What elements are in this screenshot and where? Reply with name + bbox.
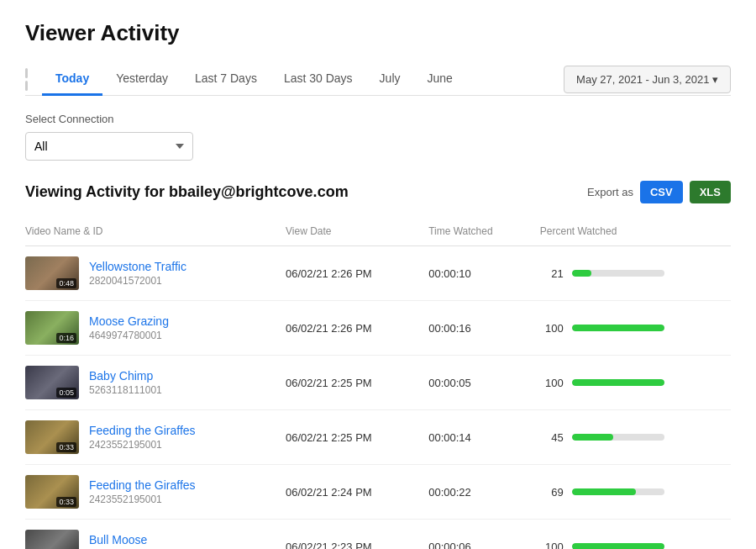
percent-watched: 100 xyxy=(533,301,731,356)
percent-number: 100 xyxy=(540,541,564,550)
video-title-link[interactable]: Baby Chimp xyxy=(89,369,162,383)
col-viewdate: View Date xyxy=(279,217,422,246)
activity-header: Viewing Activity for bbailey@brightcove.… xyxy=(25,181,731,203)
connection-select[interactable]: All xyxy=(25,132,193,161)
export-csv-button[interactable]: CSV xyxy=(640,181,683,203)
table-row: 0:05 Baby Chimp 5263118111001 06/02/21 2… xyxy=(25,356,731,410)
view-date: 06/02/21 2:25 PM xyxy=(279,356,422,410)
table-row: 0:48 Yellowstone Traffic 2820041572001 0… xyxy=(25,246,731,301)
tab-july[interactable]: July xyxy=(366,63,414,96)
video-cell-2: 0:05 Baby Chimp 5263118111001 xyxy=(25,356,279,410)
progress-bar xyxy=(572,434,664,441)
percent-number: 45 xyxy=(540,431,564,444)
view-date: 06/02/21 2:23 PM xyxy=(279,520,422,550)
col-percent: Percent Watched xyxy=(533,217,731,246)
export-row: Export as CSV XLS xyxy=(587,181,731,203)
video-info: Moose Grazing 4649974780001 xyxy=(89,314,169,341)
export-xls-button[interactable]: XLS xyxy=(690,181,731,203)
percent-number: 100 xyxy=(540,377,564,389)
video-duration: 0:16 xyxy=(56,333,76,343)
video-thumbnail: 0:16 xyxy=(25,311,79,345)
video-thumbnail: 0:06 xyxy=(25,530,79,549)
tab-last7[interactable]: Last 7 Days xyxy=(181,63,270,96)
video-info: Feeding the Giraffes 2423552195001 xyxy=(89,478,196,505)
video-title-link[interactable]: Yellowstone Traffic xyxy=(89,260,186,273)
video-cell-1: 0:16 Moose Grazing 4649974780001 xyxy=(25,301,279,356)
video-id: 4649974780001 xyxy=(89,330,162,341)
date-range-button[interactable]: May 27, 2021 - Jun 3, 2021 ▾ xyxy=(564,66,731,93)
video-duration: 0:05 xyxy=(56,388,76,398)
progress-fill xyxy=(572,270,591,277)
video-title-link[interactable]: Feeding the Giraffes xyxy=(89,424,196,437)
video-title-link[interactable]: Moose Grazing xyxy=(89,314,169,328)
video-info: Baby Chimp 5263118111001 xyxy=(89,369,162,396)
progress-fill xyxy=(572,434,614,441)
video-cell-3: 0:33 Feeding the Giraffes 2423552195001 xyxy=(25,410,279,465)
progress-bar xyxy=(572,543,664,549)
tab-june[interactable]: June xyxy=(414,63,466,96)
progress-bar xyxy=(572,325,664,331)
activity-title: Viewing Activity for bbailey@brightcove.… xyxy=(25,183,349,201)
video-thumbnail: 0:05 xyxy=(25,366,79,399)
table-header: Video Name & ID View Date Time Watched P… xyxy=(25,217,731,246)
view-date: 06/02/21 2:25 PM xyxy=(279,410,422,465)
time-watched: 00:00:05 xyxy=(422,356,533,410)
percent-number: 21 xyxy=(540,267,564,280)
tab-yesterday[interactable]: Yesterday xyxy=(102,63,181,96)
drag-handle xyxy=(25,68,34,91)
time-watched: 00:00:06 xyxy=(422,520,533,550)
table-row: 0:33 Feeding the Giraffes 2423552195001 … xyxy=(25,465,731,520)
table-row: 0:06 Bull Moose 5193830191001 06/02/21 2… xyxy=(25,520,731,550)
video-id: 5263118111001 xyxy=(89,384,162,396)
page-title: Viewer Activity xyxy=(25,20,731,46)
progress-fill xyxy=(572,379,664,386)
video-id: 2423552195001 xyxy=(89,494,162,505)
video-info: Bull Moose 5193830191001 xyxy=(89,533,162,549)
col-video: Video Name & ID xyxy=(25,217,279,246)
connection-label: Select Connection xyxy=(25,113,731,125)
table-row: 0:33 Feeding the Giraffes 2423552195001 … xyxy=(25,410,731,465)
percent-watched: 21 xyxy=(533,246,731,301)
progress-bar xyxy=(572,270,664,277)
percent-watched: 45 xyxy=(533,410,731,465)
time-watched: 00:00:10 xyxy=(422,246,533,301)
video-thumbnail: 0:33 xyxy=(25,420,79,454)
percent-watched: 69 xyxy=(533,465,731,520)
video-duration: 0:33 xyxy=(56,497,76,507)
view-date: 06/02/21 2:26 PM xyxy=(279,246,422,301)
video-duration: 0:48 xyxy=(56,278,76,288)
video-id: 2423552195001 xyxy=(89,439,162,451)
col-timewatched: Time Watched xyxy=(422,217,533,246)
video-title-link[interactable]: Feeding the Giraffes xyxy=(89,478,196,492)
activity-table: Video Name & ID View Date Time Watched P… xyxy=(25,217,731,549)
percent-number: 69 xyxy=(540,486,564,499)
percent-number: 100 xyxy=(540,322,564,335)
video-id: 2820041572001 xyxy=(89,275,162,287)
time-watched: 00:00:22 xyxy=(422,465,533,520)
tab-today[interactable]: Today xyxy=(42,63,102,96)
percent-watched: 100 xyxy=(533,520,731,550)
export-label: Export as xyxy=(587,186,633,198)
video-cell-5: 0:06 Bull Moose 5193830191001 xyxy=(25,520,279,550)
tab-last30[interactable]: Last 30 Days xyxy=(270,63,366,96)
video-thumbnail: 0:33 xyxy=(25,475,79,509)
tabs-bar: Today Yesterday Last 7 Days Last 30 Days… xyxy=(25,63,731,96)
video-info: Yellowstone Traffic 2820041572001 xyxy=(89,260,186,287)
video-duration: 0:33 xyxy=(56,442,76,452)
view-date: 06/02/21 2:24 PM xyxy=(279,465,422,520)
time-watched: 00:00:16 xyxy=(422,301,533,356)
time-watched: 00:00:14 xyxy=(422,410,533,465)
progress-fill xyxy=(572,488,636,495)
table-body: 0:48 Yellowstone Traffic 2820041572001 0… xyxy=(25,246,731,550)
progress-fill xyxy=(572,543,664,549)
video-thumbnail: 0:48 xyxy=(25,256,79,290)
progress-fill xyxy=(572,325,664,331)
table-row: 0:16 Moose Grazing 4649974780001 06/02/2… xyxy=(25,301,731,356)
connection-section: Select Connection All xyxy=(25,113,731,161)
video-info: Feeding the Giraffes 2423552195001 xyxy=(89,424,196,451)
video-cell-0: 0:48 Yellowstone Traffic 2820041572001 xyxy=(25,246,279,301)
video-cell-4: 0:33 Feeding the Giraffes 2423552195001 xyxy=(25,465,279,520)
progress-bar xyxy=(572,488,664,495)
progress-bar xyxy=(572,379,664,386)
video-title-link[interactable]: Bull Moose xyxy=(89,533,162,546)
